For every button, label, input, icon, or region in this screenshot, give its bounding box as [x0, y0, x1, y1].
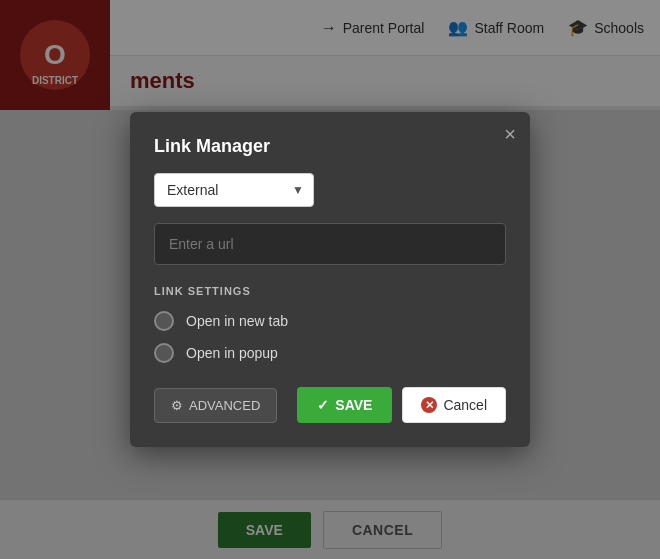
checkmark-icon: ✓ [317, 397, 329, 413]
modal-dialog: × Link Manager External Internal Email A… [130, 112, 530, 447]
radio-group: Open in new tab Open in popup [154, 311, 506, 363]
link-settings-label: LINK SETTINGS [154, 285, 506, 297]
radio-popup[interactable]: Open in popup [154, 343, 506, 363]
link-type-dropdown[interactable]: External Internal Email Anchor [154, 173, 314, 207]
modal-cancel-label: Cancel [443, 397, 487, 413]
radio-label-popup: Open in popup [186, 345, 278, 361]
modal-overlay: × Link Manager External Internal Email A… [0, 0, 660, 559]
radio-circle-popup [154, 343, 174, 363]
cancel-icon: ✕ [421, 397, 437, 413]
modal-cancel-button[interactable]: ✕ Cancel [402, 387, 506, 423]
radio-circle-new-tab [154, 311, 174, 331]
advanced-label: ADVANCED [189, 398, 260, 413]
modal-close-button[interactable]: × [504, 124, 516, 144]
advanced-button[interactable]: ⚙ ADVANCED [154, 388, 277, 423]
modal-save-button[interactable]: ✓ SAVE [297, 387, 392, 423]
radio-new-tab[interactable]: Open in new tab [154, 311, 506, 331]
modal-actions: ✓ SAVE ✕ Cancel [297, 387, 506, 423]
modal-footer: ⚙ ADVANCED ✓ SAVE ✕ Cancel [154, 387, 506, 423]
link-type-dropdown-wrapper: External Internal Email Anchor ▼ [154, 173, 314, 207]
radio-label-new-tab: Open in new tab [186, 313, 288, 329]
url-input[interactable] [154, 223, 506, 265]
modal-save-label: SAVE [335, 397, 372, 413]
modal-title: Link Manager [154, 136, 506, 157]
gear-icon: ⚙ [171, 398, 183, 413]
